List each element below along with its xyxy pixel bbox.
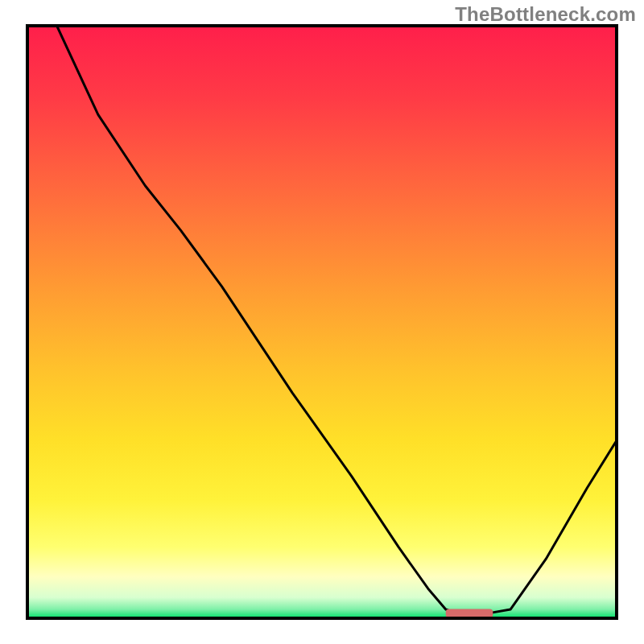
bottleneck-chart bbox=[0, 0, 644, 644]
optimum-marker bbox=[446, 609, 493, 618]
chart-stage: TheBottleneck.com bbox=[0, 0, 644, 644]
watermark-text: TheBottleneck.com bbox=[455, 3, 636, 26]
gradient-background bbox=[27, 26, 617, 618]
